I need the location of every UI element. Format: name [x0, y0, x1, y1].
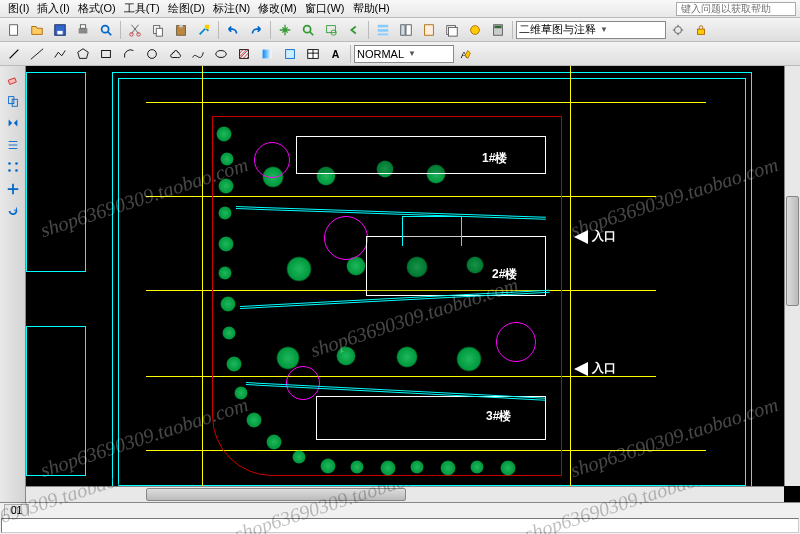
svg-point-35 — [148, 49, 157, 58]
xline-icon[interactable] — [26, 44, 48, 64]
workspace-settings-icon[interactable] — [667, 20, 689, 40]
zoom-rt-icon[interactable] — [297, 20, 319, 40]
separator — [120, 21, 121, 39]
circle-icon[interactable] — [141, 44, 163, 64]
table-icon[interactable] — [302, 44, 324, 64]
revcloud-icon[interactable] — [164, 44, 186, 64]
svg-point-29 — [675, 26, 682, 33]
menu-tools[interactable]: 工具(T) — [120, 0, 164, 17]
menu-window[interactable]: 窗口(W) — [301, 0, 349, 17]
command-line[interactable] — [1, 518, 799, 533]
properties-icon[interactable] — [372, 20, 394, 40]
polygon-icon[interactable] — [72, 44, 94, 64]
copy2-icon[interactable] — [3, 91, 23, 111]
hatch-icon[interactable] — [233, 44, 255, 64]
pan-icon[interactable] — [274, 20, 296, 40]
spline-icon[interactable] — [187, 44, 209, 64]
text-icon[interactable]: A — [325, 44, 347, 64]
match-icon[interactable] — [193, 20, 215, 40]
svg-rect-45 — [8, 78, 16, 85]
separator — [350, 45, 351, 63]
svg-rect-34 — [102, 50, 111, 57]
textstyle-mgr-icon[interactable]: A — [455, 44, 477, 64]
scrollbar-horizontal[interactable] — [26, 486, 784, 502]
building-1 — [296, 136, 546, 174]
menu-modify[interactable]: 修改(M) — [254, 0, 301, 17]
svg-rect-30 — [698, 29, 705, 34]
layout-tabs: 01 — [0, 503, 800, 517]
rect-icon[interactable] — [95, 44, 117, 64]
zoom-prev-icon[interactable] — [343, 20, 365, 40]
lock-ui-icon[interactable] — [690, 20, 712, 40]
svg-point-14 — [304, 25, 311, 32]
menu-format[interactable]: 格式(O) — [74, 0, 120, 17]
scroll-thumb[interactable] — [786, 196, 799, 306]
polyline-icon[interactable] — [49, 44, 71, 64]
zoom-window-icon[interactable] — [320, 20, 342, 40]
svg-rect-10 — [156, 28, 162, 36]
svg-point-36 — [216, 50, 227, 57]
svg-rect-2 — [57, 30, 62, 34]
entrance-arrow-2 — [574, 362, 588, 376]
svg-rect-47 — [12, 99, 17, 106]
calc-icon[interactable] — [487, 20, 509, 40]
paste-icon[interactable] — [170, 20, 192, 40]
layout-tab[interactable]: 01 — [4, 504, 29, 516]
svg-text:A: A — [332, 47, 340, 59]
chevron-down-icon: ▼ — [600, 25, 608, 34]
mirror-icon[interactable] — [3, 113, 23, 133]
erase-icon[interactable] — [3, 69, 23, 89]
menu-dimension[interactable]: 标注(N) — [209, 0, 254, 17]
menu-insert[interactable]: 插入(I) — [33, 0, 73, 17]
svg-point-5 — [102, 25, 109, 32]
menu-help[interactable]: 帮助(H) — [349, 0, 394, 17]
svg-point-48 — [8, 162, 11, 165]
chevron-down-icon: ▼ — [408, 49, 416, 58]
scroll-thumb[interactable] — [146, 488, 406, 501]
arc-icon[interactable] — [118, 44, 140, 64]
textstyle-combo[interactable]: NORMAL ▼ — [354, 45, 454, 63]
toolpalette-icon[interactable] — [418, 20, 440, 40]
svg-line-31 — [10, 49, 19, 58]
array-icon[interactable] — [3, 157, 23, 177]
building-3 — [316, 396, 546, 440]
svg-marker-33 — [78, 48, 89, 58]
help-search-input[interactable] — [676, 2, 796, 16]
ellipse-icon[interactable] — [210, 44, 232, 64]
svg-rect-12 — [179, 24, 183, 27]
sheetset-icon[interactable] — [441, 20, 463, 40]
menu-tu[interactable]: 图(I) — [4, 0, 33, 17]
cut-icon[interactable] — [124, 20, 146, 40]
save-icon[interactable] — [49, 20, 71, 40]
undo-icon[interactable] — [222, 20, 244, 40]
new-file-icon[interactable] — [3, 20, 25, 40]
redo-icon[interactable] — [245, 20, 267, 40]
workspace-combo[interactable]: 二维草图与注释 ▼ — [516, 21, 666, 39]
drawing-canvas[interactable]: 1#楼 2#楼 3#楼 入口 入口 shop63690309.taobao.co… — [26, 66, 800, 502]
print-icon[interactable] — [72, 20, 94, 40]
menubar: 图(I) 插入(I) 格式(O) 工具(T) 绘图(D) 标注(N) 修改(M)… — [0, 0, 800, 18]
designcenter-icon[interactable] — [395, 20, 417, 40]
svg-point-51 — [15, 169, 18, 172]
line-icon[interactable] — [3, 44, 25, 64]
toolbar-standard: 二维草图与注释 ▼ — [0, 18, 800, 42]
rotate-icon[interactable] — [3, 201, 23, 221]
svg-rect-19 — [378, 29, 389, 32]
svg-rect-0 — [10, 24, 18, 35]
open-icon[interactable] — [26, 20, 48, 40]
region-icon[interactable] — [279, 44, 301, 64]
svg-rect-46 — [8, 97, 13, 104]
copy-icon[interactable] — [147, 20, 169, 40]
move-icon[interactable] — [3, 179, 23, 199]
markup-icon[interactable] — [464, 20, 486, 40]
svg-rect-21 — [401, 24, 405, 35]
offset-icon[interactable] — [3, 135, 23, 155]
separator — [368, 21, 369, 39]
scrollbar-vertical[interactable] — [784, 66, 800, 486]
svg-rect-23 — [425, 24, 434, 35]
separator — [218, 21, 219, 39]
preview-icon[interactable] — [95, 20, 117, 40]
svg-rect-25 — [449, 27, 458, 36]
gradient-icon[interactable] — [256, 44, 278, 64]
menu-draw[interactable]: 绘图(D) — [164, 0, 209, 17]
